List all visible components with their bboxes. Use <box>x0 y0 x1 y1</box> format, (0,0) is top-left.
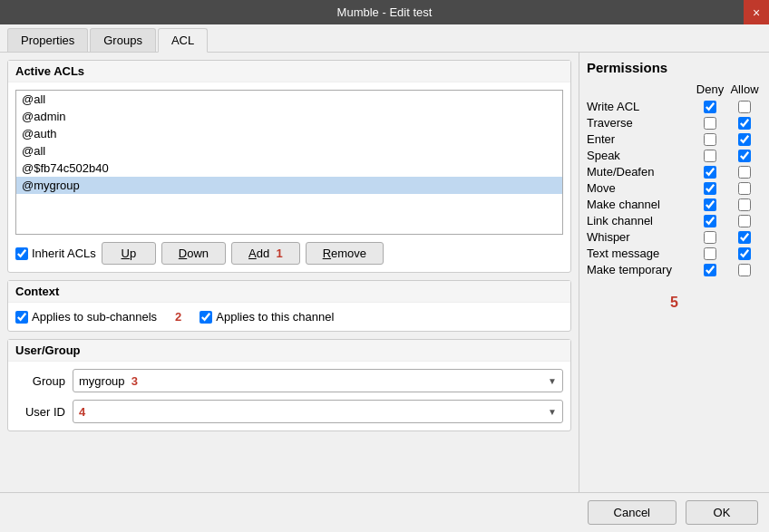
ok-label: OK <box>714 506 731 519</box>
userid-dropdown-arrow: ▼ <box>548 407 557 417</box>
inherit-acls-label[interactable]: Inherit ACLs <box>15 247 96 260</box>
this-channel-checkbox[interactable] <box>200 311 212 324</box>
perm-deny-checkbox[interactable] <box>704 198 716 211</box>
perm-row: Make temporary <box>587 263 762 276</box>
cancel-label: Cancel <box>614 506 650 519</box>
acl-item[interactable]: @all <box>16 91 562 108</box>
acl-controls: Inherit ACLs Up Down Add 1 <box>15 242 563 265</box>
perm-label: Whisper <box>587 230 693 244</box>
tab-bar: Properties Groups ACL <box>0 24 769 53</box>
sub-channels-label[interactable]: Applies to sub-channels <box>15 310 157 324</box>
perm-row: Mute/Deafen <box>587 165 762 179</box>
perm-deny-cell <box>693 247 727 260</box>
acl-item[interactable]: @mygroup <box>16 177 562 194</box>
left-panel: Active ACLs @all@admin@auth@all@$fb74c50… <box>0 53 579 492</box>
perm-allow-cell <box>727 231 762 244</box>
perm-label: Write ACL <box>587 100 693 113</box>
perm-deny-checkbox[interactable] <box>704 117 716 130</box>
context-title: Context <box>8 281 570 303</box>
acl-item[interactable]: @admin <box>16 108 562 125</box>
main-window: Mumble - Edit test × Properties Groups A… <box>0 0 769 532</box>
perm-allow-checkbox[interactable] <box>738 133 751 146</box>
perm-label: Mute/Deafen <box>587 165 693 179</box>
perm-deny-checkbox[interactable] <box>704 247 716 260</box>
userid-value: 4 <box>79 405 85 419</box>
perm-allow-checkbox[interactable] <box>738 117 751 130</box>
sub-channels-text: Applies to sub-channels <box>32 310 157 324</box>
usergroup-content: Group mygroup 3 ▼ User ID 4 ▼ <box>8 362 570 430</box>
perm-allow-cell <box>727 247 762 260</box>
perm-deny-cell <box>693 117 727 130</box>
remove-button-label: Remove <box>323 247 366 260</box>
titlebar: Mumble - Edit test × <box>0 0 769 24</box>
perm-deny-checkbox[interactable] <box>704 150 716 162</box>
group-label: Group <box>15 374 65 388</box>
group-row: Group mygroup 3 ▼ <box>15 369 563 392</box>
tab-properties[interactable]: Properties <box>7 28 88 52</box>
perm-allow-checkbox[interactable] <box>738 198 751 211</box>
active-acls-title: Active ACLs <box>8 61 570 82</box>
perm-label: Link channel <box>587 214 693 227</box>
perm-allow-cell <box>727 198 762 211</box>
acl-item[interactable]: @auth <box>16 125 562 142</box>
userid-select[interactable]: 4 ▼ <box>73 400 563 423</box>
group-dropdown-arrow: ▼ <box>548 376 557 386</box>
sub-channels-checkbox[interactable] <box>15 311 28 324</box>
perm-label: Traverse <box>587 116 693 130</box>
deny-header: Deny <box>693 82 727 96</box>
permissions-title: Permissions <box>587 60 762 75</box>
ok-button[interactable]: OK <box>686 500 758 525</box>
up-button[interactable]: Up <box>102 242 156 265</box>
perm-deny-cell <box>693 264 727 276</box>
remove-button[interactable]: Remove <box>306 242 384 265</box>
perm-deny-cell <box>693 231 727 244</box>
perm-row: Speak <box>587 149 762 162</box>
active-acls-section: Active ACLs @all@admin@auth@all@$fb74c50… <box>7 60 571 273</box>
this-channel-label[interactable]: Applies to this channel <box>200 310 334 324</box>
perm-row: Move <box>587 181 762 195</box>
perm-allow-checkbox[interactable] <box>738 215 751 227</box>
close-button[interactable]: × <box>744 0 769 24</box>
perm-allow-checkbox[interactable] <box>738 231 751 244</box>
group-value: mygroup 3 <box>79 374 138 388</box>
perm-deny-checkbox[interactable] <box>704 182 716 195</box>
perm-allow-cell <box>727 150 762 162</box>
permissions-rows: Write ACLTraverseEnterSpeakMute/DeafenMo… <box>587 100 762 276</box>
perm-deny-checkbox[interactable] <box>704 101 716 113</box>
perm-label: Make channel <box>587 198 693 211</box>
down-button[interactable]: Down <box>161 242 226 265</box>
perm-row: Link channel <box>587 214 762 227</box>
usergroup-section: User/Group Group mygroup 3 ▼ User ID <box>7 339 571 431</box>
permissions-panel: Permissions Deny Allow Write ACLTraverse… <box>579 53 769 492</box>
perm-allow-checkbox[interactable] <box>738 247 751 260</box>
userid-row: User ID 4 ▼ <box>15 400 563 423</box>
tab-acl[interactable]: ACL <box>158 28 208 53</box>
perm-row: Text message <box>587 247 762 260</box>
perm-deny-checkbox[interactable] <box>704 215 716 227</box>
perm-allow-checkbox[interactable] <box>738 101 751 113</box>
group-select[interactable]: mygroup 3 ▼ <box>73 369 563 392</box>
perm-allow-cell <box>727 133 762 146</box>
add-button[interactable]: Add 1 <box>231 242 300 265</box>
perm-deny-checkbox[interactable] <box>704 264 716 276</box>
perm-label: Move <box>587 181 693 195</box>
perm-deny-checkbox[interactable] <box>704 231 716 244</box>
inherit-acls-checkbox[interactable] <box>15 247 28 260</box>
perm-deny-checkbox[interactable] <box>704 133 716 146</box>
perm-allow-checkbox[interactable] <box>738 150 751 162</box>
perm-allow-cell <box>727 166 762 179</box>
acl-item[interactable]: @$fb74c502b40 <box>16 160 562 177</box>
perm-allow-checkbox[interactable] <box>738 264 751 276</box>
up-button-label: Up <box>122 247 137 260</box>
perm-row: Traverse <box>587 116 762 130</box>
acl-item[interactable]: @all <box>16 142 562 160</box>
perm-allow-checkbox[interactable] <box>738 166 751 179</box>
perm-deny-cell <box>693 166 727 179</box>
context-section: Context <box>7 280 571 332</box>
acl-list[interactable]: @all@admin@auth@all@$fb74c502b40@mygroup <box>15 90 563 235</box>
perm-deny-cell <box>693 182 727 195</box>
tab-groups[interactable]: Groups <box>90 28 156 52</box>
perm-allow-checkbox[interactable] <box>738 182 751 195</box>
perm-deny-checkbox[interactable] <box>704 166 716 179</box>
cancel-button[interactable]: Cancel <box>588 500 677 525</box>
